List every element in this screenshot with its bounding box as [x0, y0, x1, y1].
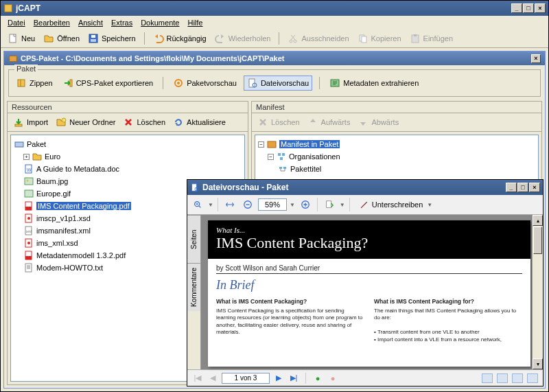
xsd-icon: [23, 213, 34, 224]
menu-view[interactable]: Ansicht: [74, 17, 107, 28]
view-mode-2-button[interactable]: [497, 373, 508, 383]
scroll-down-button[interactable]: ▾: [533, 358, 543, 369]
maximize-button[interactable]: □: [523, 3, 534, 13]
folder-icon: [32, 151, 43, 162]
import-button[interactable]: Import: [10, 115, 51, 129]
menu-documents[interactable]: Dokumente: [137, 17, 183, 28]
manifest-icon: [266, 139, 277, 150]
zoom-marquee-button[interactable]: [190, 197, 205, 212]
extract-metadata-button[interactable]: Metadaten extrahieren: [327, 76, 421, 90]
comments-tab[interactable]: Kommentare: [187, 263, 200, 311]
paket-group-label: Paket: [14, 65, 38, 73]
col1-text: IMS Content Packaging is a specification…: [216, 308, 362, 335]
main-titlebar: jCAPT _ □ ×: [1, 1, 548, 16]
tree-root[interactable]: Paket: [14, 138, 242, 150]
col2-heading: What is IMS Content Packaging for?: [374, 298, 522, 305]
svg-point-5: [290, 40, 292, 43]
view-mode-1-button[interactable]: [482, 373, 493, 383]
menu-file[interactable]: Datei: [3, 17, 30, 28]
zoom-out-button[interactable]: [240, 197, 255, 212]
col2-bullet: • Import content into a VLE from a resou…: [374, 336, 502, 343]
fit-width-button[interactable]: [222, 197, 237, 212]
page-number-input[interactable]: [222, 373, 270, 384]
menu-extras[interactable]: Extras: [107, 17, 137, 28]
svg-rect-12: [18, 80, 25, 87]
export-pdf-button[interactable]: [322, 197, 337, 212]
org-icon: [276, 151, 287, 162]
svg-rect-21: [15, 142, 23, 147]
manifest-item[interactable]: −Organisationen: [258, 150, 535, 163]
preview-titlebar[interactable]: Dateivorschau - Paket _ □ ×: [187, 180, 543, 195]
svg-point-6: [294, 40, 296, 43]
svg-text:xml: xml: [26, 229, 32, 233]
page-brief: In Brief: [216, 278, 522, 292]
refresh-button[interactable]: Aktualisiere: [170, 115, 229, 129]
subwindow-close-button[interactable]: ×: [531, 54, 541, 63]
svg-point-30: [27, 217, 30, 220]
expander-icon[interactable]: −: [258, 141, 264, 148]
paket-group: Paket Zippen CPS-Paket exportieren Paket…: [8, 69, 541, 97]
preview-body: Seiten Kommentare What Is... IMS Content…: [187, 215, 543, 369]
svg-rect-28: [25, 207, 32, 210]
svg-rect-38: [268, 141, 276, 148]
svg-point-34: [27, 242, 30, 244]
new-button[interactable]: Neu: [5, 32, 38, 45]
forward-button[interactable]: ●: [327, 372, 339, 384]
zoom-input[interactable]: [258, 198, 287, 211]
back-button[interactable]: ●: [312, 372, 324, 384]
pdf-icon: [23, 200, 34, 211]
zip-button[interactable]: Zippen: [13, 76, 56, 90]
last-page-button[interactable]: ▶|: [288, 372, 300, 384]
file-preview-button[interactable]: Dateivorschau: [244, 76, 312, 91]
view-mode-3-button[interactable]: [512, 373, 523, 383]
save-button[interactable]: Speichern: [85, 32, 139, 45]
svg-rect-39: [278, 153, 281, 156]
subwindow-title: CPS-Paket - C:\Documents and Settings\fl…: [21, 54, 531, 62]
close-button[interactable]: ×: [535, 3, 546, 13]
tree-item[interactable]: WA Guide to Metadata.doc: [14, 163, 242, 175]
svg-rect-24: [25, 178, 33, 185]
copy-button: Kopieren: [355, 32, 404, 45]
cut-button: Ausschneiden: [285, 32, 351, 45]
menu-help[interactable]: Hilfe: [183, 17, 207, 28]
pages-tab[interactable]: Seiten: [187, 215, 200, 263]
preview-minimize-button[interactable]: _: [506, 183, 517, 192]
vertical-scrollbar[interactable]: ▴ ▾: [532, 215, 543, 369]
next-page-button[interactable]: ▶: [272, 372, 285, 384]
expander-icon[interactable]: −: [268, 154, 274, 160]
view-mode-4-button[interactable]: [527, 373, 538, 383]
svg-point-25: [27, 180, 29, 182]
image-icon: [23, 176, 34, 187]
preview-toolbar: ▼ ▼ ▼ Unterschreiben▼: [187, 195, 543, 215]
tree-item[interactable]: +Euro: [14, 150, 242, 163]
scroll-up-button[interactable]: ▴: [533, 215, 543, 226]
new-folder-button[interactable]: Neuer Ordner: [53, 115, 118, 129]
manifest-delete-button: Löschen: [255, 115, 303, 129]
sign-button[interactable]: Unterschreiben▼: [354, 198, 437, 211]
txt-icon: [23, 262, 34, 273]
package-preview-button[interactable]: Paketvorschau: [170, 76, 240, 90]
svg-point-20: [62, 118, 66, 122]
preview-close-button[interactable]: ×: [529, 183, 540, 192]
manifest-root[interactable]: −Manifest in Paket: [258, 138, 535, 150]
minimize-button[interactable]: _: [511, 3, 522, 13]
preview-maximize-button[interactable]: □: [517, 183, 528, 192]
col2-bullet: • Transmit content from one VLE to anoth…: [374, 329, 480, 335]
svg-rect-3: [91, 35, 95, 38]
delete-button[interactable]: Löschen: [120, 115, 168, 129]
col1-heading: What is IMS Content Packaging?: [216, 298, 364, 305]
menu-edit[interactable]: Bearbeiten: [30, 17, 74, 28]
prev-page-button: ◀: [207, 372, 219, 384]
svg-rect-43: [283, 167, 286, 169]
open-button[interactable]: Öffnen: [40, 32, 82, 45]
manifest-item[interactable]: Pakettitel: [258, 163, 535, 175]
col2-text: The main things that IMS Content Packagi…: [374, 308, 516, 321]
expander-icon[interactable]: +: [23, 154, 30, 160]
export-button[interactable]: CPS-Paket exportieren: [60, 76, 156, 90]
pdf-page[interactable]: What Is... IMS Content Packaging? by Sco…: [208, 220, 530, 367]
zoom-in-button[interactable]: [298, 197, 313, 212]
undo-button[interactable]: Rückgängig: [150, 32, 209, 45]
svg-rect-37: [25, 264, 32, 272]
xsd-icon: [23, 238, 34, 249]
scroll-thumb[interactable]: [533, 227, 542, 254]
